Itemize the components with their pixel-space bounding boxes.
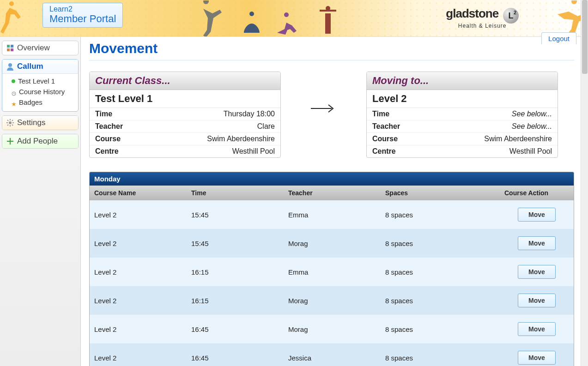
col-time: Time <box>187 186 284 200</box>
boxer-icon <box>194 0 226 37</box>
cell-course-name: Level 2 <box>90 258 187 286</box>
svg-rect-1 <box>11 45 13 48</box>
sidebar-item-current-level[interactable]: Test Level 1 <box>11 76 75 86</box>
cell-teacher: Morag <box>284 229 381 258</box>
col-action: Course Action <box>500 186 574 200</box>
cell-time: 16:15 <box>187 286 284 315</box>
person-icon <box>6 62 14 71</box>
move-button[interactable]: Move <box>518 294 556 307</box>
plus-icon <box>6 137 14 145</box>
cell-time: 15:45 <box>187 229 284 258</box>
current-class-panel: Current Class... Test Level 1 TimeThursd… <box>89 72 281 158</box>
sidebar-settings-label: Settings <box>17 118 45 127</box>
svg-line-14 <box>12 120 13 121</box>
svg-line-13 <box>12 125 13 126</box>
svg-rect-0 <box>7 45 10 48</box>
cell-spaces: 8 spaces <box>381 258 500 286</box>
col-spaces: Spaces <box>381 186 500 200</box>
cell-time: 16:15 <box>187 258 284 286</box>
cell-teacher: Jessica <box>284 343 381 366</box>
cell-teacher: Emma <box>284 258 381 286</box>
portal-logo-line1: Learn2 <box>49 5 116 13</box>
current-class-heading: Current Class... <box>90 72 280 90</box>
cell-spaces: 8 spaces <box>381 315 500 343</box>
table-row: Level 216:15Emma8 spacesMove <box>90 258 574 286</box>
svg-marker-6 <box>12 102 16 106</box>
yoga-icon <box>240 10 263 37</box>
cell-course-name: Level 2 <box>90 229 187 258</box>
move-button[interactable]: Move <box>518 322 556 336</box>
arrow-right-icon <box>311 104 336 113</box>
sidebar-item-badges[interactable]: Badges <box>11 97 75 108</box>
sidebar: Overview Callum Test Level 1 Co <box>0 37 81 366</box>
svg-line-12 <box>7 120 8 121</box>
cell-teacher: Morag <box>284 315 381 343</box>
sidebar-user-items: Test Level 1 Course History Badges <box>2 74 78 111</box>
header-banner: Learn2 Member Portal gladstone L2 Health… <box>0 0 588 37</box>
schedule-panel: Monday Course Name Time Teacher Spaces C… <box>89 172 574 366</box>
table-row: Level 216:15Morag8 spacesMove <box>90 286 574 315</box>
portal-logo: Learn2 Member Portal <box>42 3 123 28</box>
scrollbar-thumb[interactable] <box>582 0 588 74</box>
scrollbar[interactable] <box>581 0 588 366</box>
gear-icon <box>6 119 14 127</box>
badge-icon <box>12 100 16 105</box>
sidebar-settings[interactable]: Settings <box>2 116 78 130</box>
table-row: Level 216:45Morag8 spacesMove <box>90 315 574 343</box>
svg-rect-2 <box>7 48 10 51</box>
brand-tagline: Health & Leisure <box>446 23 519 29</box>
move-button[interactable]: Move <box>518 265 556 279</box>
cell-course-name: Level 2 <box>90 343 187 366</box>
sidebar-user-header[interactable]: Callum <box>2 60 78 74</box>
cell-spaces: 8 spaces <box>381 286 500 315</box>
status-dot-icon <box>12 79 15 83</box>
sidebar-add-people-label: Add People <box>17 137 58 146</box>
grid-icon <box>6 44 14 52</box>
schedule-table: Course Name Time Teacher Spaces Course A… <box>90 186 574 366</box>
moving-to-panel: Moving to... Level 2 TimeSee below... Te… <box>366 72 558 158</box>
table-row: Level 215:45Morag8 spacesMove <box>90 229 574 258</box>
clock-icon <box>12 90 16 94</box>
move-button[interactable]: Move <box>518 236 556 250</box>
stretch-icon <box>273 10 300 37</box>
brand-badge-icon: L2 <box>503 8 519 24</box>
col-teacher: Teacher <box>284 186 381 200</box>
table-row: Level 215:45Emma8 spacesMove <box>90 200 574 229</box>
cell-spaces: 8 spaces <box>381 200 500 229</box>
move-button[interactable]: Move <box>518 351 556 365</box>
current-class-title: Test Level 1 <box>90 90 280 108</box>
svg-line-15 <box>7 125 8 126</box>
col-course-name: Course Name <box>90 186 187 200</box>
cell-course-name: Level 2 <box>90 315 187 343</box>
cell-course-name: Level 2 <box>90 200 187 229</box>
sidebar-user-name: Callum <box>17 62 43 71</box>
cell-time: 16:45 <box>187 315 284 343</box>
sidebar-item-course-history[interactable]: Course History <box>11 86 75 97</box>
svg-point-7 <box>9 121 12 124</box>
svg-point-4 <box>8 63 12 67</box>
cell-spaces: 8 spaces <box>381 229 500 258</box>
weightlift-icon <box>319 5 337 37</box>
brand-block: gladstone L2 Health & Leisure <box>446 6 519 29</box>
cell-teacher: Morag <box>284 286 381 315</box>
brand-name: gladstone <box>446 6 498 20</box>
sidebar-overview-label: Overview <box>17 43 50 53</box>
portal-logo-line2: Member Portal <box>49 13 116 24</box>
moving-to-heading: Moving to... <box>367 72 558 90</box>
cell-time: 15:45 <box>187 200 284 229</box>
logout-link[interactable]: Logout <box>541 32 576 44</box>
main-content: Movement Current Class... Test Level 1 T… <box>81 37 588 366</box>
page-title: Movement <box>89 41 574 56</box>
cell-spaces: 8 spaces <box>381 343 500 366</box>
cell-course-name: Level 2 <box>90 286 187 315</box>
moving-to-title: Level 2 <box>367 90 558 108</box>
svg-rect-3 <box>11 48 13 51</box>
table-row: Level 216:45Jessica8 spacesMove <box>90 343 574 366</box>
cell-time: 16:45 <box>187 343 284 366</box>
sidebar-add-people[interactable]: Add People <box>2 134 78 148</box>
sidebar-overview[interactable]: Overview <box>2 41 78 55</box>
move-button[interactable]: Move <box>518 208 556 222</box>
arrow-between <box>281 72 366 113</box>
runner-icon <box>0 0 25 37</box>
cell-teacher: Emma <box>284 200 381 229</box>
